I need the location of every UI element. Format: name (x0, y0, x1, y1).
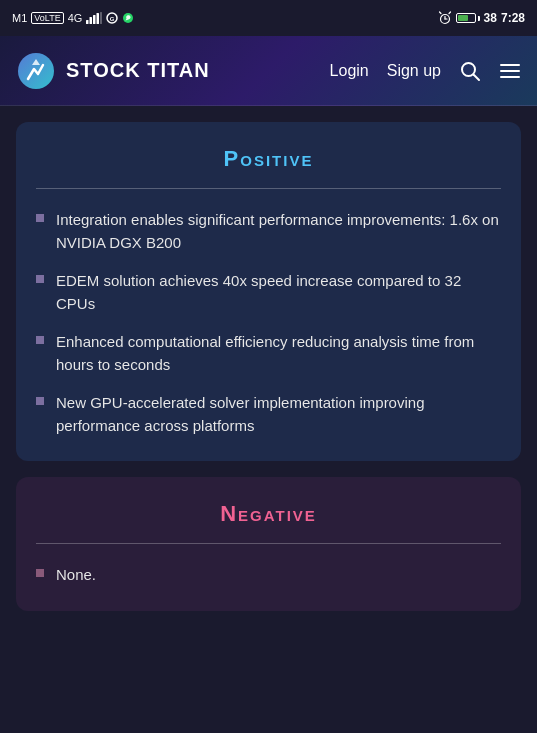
svg-line-12 (449, 12, 451, 14)
negative-divider (36, 543, 501, 544)
brand: STOCK TITAN (16, 51, 210, 91)
status-left: M1 VoLTE 4G G (12, 12, 134, 24)
signal-icon (86, 12, 102, 24)
time-label: 7:28 (501, 11, 525, 25)
status-right: 38 7:28 (438, 11, 525, 25)
bullet-text: EDEM solution achieves 40x speed increas… (56, 270, 501, 315)
main-content: Positive Integration enables significant… (0, 106, 537, 627)
svg-rect-0 (86, 20, 89, 24)
bullet-icon (36, 214, 44, 222)
negative-card: Negative None. (16, 477, 521, 611)
brand-name: STOCK TITAN (66, 59, 210, 82)
svg-rect-2 (93, 15, 96, 24)
svg-rect-1 (90, 17, 93, 24)
network-label: 4G (68, 12, 83, 24)
signup-link[interactable]: Sign up (387, 62, 441, 80)
alarm-icon (438, 11, 452, 25)
svg-rect-4 (100, 12, 102, 24)
brand-logo-icon (16, 51, 56, 91)
negative-bullet-list: None. (36, 564, 501, 587)
list-item: New GPU-accelerated solver implementatio… (36, 392, 501, 437)
svg-line-16 (474, 74, 480, 80)
volte-badge: VoLTE (31, 12, 63, 24)
bullet-icon (36, 569, 44, 577)
battery-level: 38 (484, 11, 497, 25)
bullet-icon (36, 397, 44, 405)
positive-card: Positive Integration enables significant… (16, 122, 521, 461)
positive-bullet-list: Integration enables significant performa… (36, 209, 501, 437)
bullet-icon (36, 275, 44, 283)
list-item: None. (36, 564, 501, 587)
list-item: Integration enables significant performa… (36, 209, 501, 254)
status-bar: M1 VoLTE 4G G (0, 0, 537, 36)
bullet-text: New GPU-accelerated solver implementatio… (56, 392, 501, 437)
battery-indicator (456, 13, 480, 23)
bullet-text: Integration enables significant performa… (56, 209, 501, 254)
list-item: Enhanced computational efficiency reduci… (36, 331, 501, 376)
navbar-actions: Login Sign up (330, 60, 521, 82)
svg-rect-3 (97, 13, 100, 24)
bullet-icon (36, 336, 44, 344)
navbar: STOCK TITAN Login Sign up (0, 36, 537, 106)
g-icon: G (106, 12, 118, 24)
negative-title: Negative (36, 501, 501, 527)
login-link[interactable]: Login (330, 62, 369, 80)
carrier-label: M1 (12, 12, 27, 24)
positive-title: Positive (36, 146, 501, 172)
svg-text:G: G (110, 16, 115, 22)
menu-icon[interactable] (499, 60, 521, 82)
list-item: EDEM solution achieves 40x speed increas… (36, 270, 501, 315)
whatsapp-icon (122, 12, 134, 24)
svg-line-11 (439, 12, 441, 14)
positive-divider (36, 188, 501, 189)
search-icon[interactable] (459, 60, 481, 82)
bullet-text: Enhanced computational efficiency reduci… (56, 331, 501, 376)
bullet-text: None. (56, 564, 96, 587)
